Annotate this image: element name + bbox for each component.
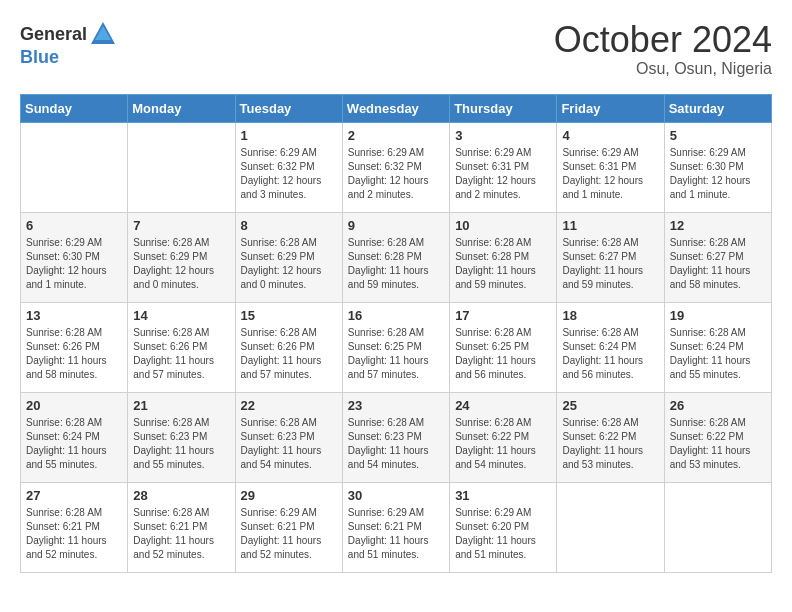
calendar-cell: 5Sunrise: 6:29 AMSunset: 6:30 PMDaylight… (664, 122, 771, 212)
cell-content: Sunrise: 6:29 AMSunset: 6:30 PMDaylight:… (26, 236, 122, 292)
calendar-week-0: 1Sunrise: 6:29 AMSunset: 6:32 PMDaylight… (21, 122, 772, 212)
day-number: 12 (670, 218, 766, 233)
location: Osu, Osun, Nigeria (554, 60, 772, 78)
calendar-cell: 7Sunrise: 6:28 AMSunset: 6:29 PMDaylight… (128, 212, 235, 302)
cell-content: Sunrise: 6:28 AMSunset: 6:29 PMDaylight:… (133, 236, 229, 292)
calendar-cell: 13Sunrise: 6:28 AMSunset: 6:26 PMDayligh… (21, 302, 128, 392)
page-header: General Blue October 2024 Osu, Osun, Nig… (20, 20, 772, 78)
calendar-cell: 4Sunrise: 6:29 AMSunset: 6:31 PMDaylight… (557, 122, 664, 212)
cell-content: Sunrise: 6:28 AMSunset: 6:21 PMDaylight:… (133, 506, 229, 562)
calendar-cell: 28Sunrise: 6:28 AMSunset: 6:21 PMDayligh… (128, 482, 235, 572)
cell-content: Sunrise: 6:28 AMSunset: 6:24 PMDaylight:… (670, 326, 766, 382)
calendar-cell: 3Sunrise: 6:29 AMSunset: 6:31 PMDaylight… (450, 122, 557, 212)
calendar-cell: 15Sunrise: 6:28 AMSunset: 6:26 PMDayligh… (235, 302, 342, 392)
calendar-cell: 14Sunrise: 6:28 AMSunset: 6:26 PMDayligh… (128, 302, 235, 392)
cell-content: Sunrise: 6:28 AMSunset: 6:29 PMDaylight:… (241, 236, 337, 292)
cell-content: Sunrise: 6:28 AMSunset: 6:23 PMDaylight:… (241, 416, 337, 472)
calendar-header: Sunday Monday Tuesday Wednesday Thursday… (21, 94, 772, 122)
calendar-cell: 11Sunrise: 6:28 AMSunset: 6:27 PMDayligh… (557, 212, 664, 302)
header-wednesday: Wednesday (342, 94, 449, 122)
calendar-table: Sunday Monday Tuesday Wednesday Thursday… (20, 94, 772, 573)
day-number: 22 (241, 398, 337, 413)
day-number: 17 (455, 308, 551, 323)
calendar-cell: 1Sunrise: 6:29 AMSunset: 6:32 PMDaylight… (235, 122, 342, 212)
calendar-cell (557, 482, 664, 572)
calendar-cell: 21Sunrise: 6:28 AMSunset: 6:23 PMDayligh… (128, 392, 235, 482)
calendar-cell: 8Sunrise: 6:28 AMSunset: 6:29 PMDaylight… (235, 212, 342, 302)
cell-content: Sunrise: 6:28 AMSunset: 6:26 PMDaylight:… (26, 326, 122, 382)
day-number: 20 (26, 398, 122, 413)
calendar-cell: 22Sunrise: 6:28 AMSunset: 6:23 PMDayligh… (235, 392, 342, 482)
calendar-cell: 2Sunrise: 6:29 AMSunset: 6:32 PMDaylight… (342, 122, 449, 212)
cell-content: Sunrise: 6:29 AMSunset: 6:31 PMDaylight:… (455, 146, 551, 202)
cell-content: Sunrise: 6:28 AMSunset: 6:26 PMDaylight:… (133, 326, 229, 382)
cell-content: Sunrise: 6:29 AMSunset: 6:32 PMDaylight:… (348, 146, 444, 202)
day-number: 7 (133, 218, 229, 233)
cell-content: Sunrise: 6:29 AMSunset: 6:21 PMDaylight:… (348, 506, 444, 562)
cell-content: Sunrise: 6:28 AMSunset: 6:27 PMDaylight:… (562, 236, 658, 292)
calendar-body: 1Sunrise: 6:29 AMSunset: 6:32 PMDaylight… (21, 122, 772, 572)
day-number: 27 (26, 488, 122, 503)
cell-content: Sunrise: 6:28 AMSunset: 6:23 PMDaylight:… (348, 416, 444, 472)
day-number: 29 (241, 488, 337, 503)
cell-content: Sunrise: 6:29 AMSunset: 6:21 PMDaylight:… (241, 506, 337, 562)
calendar-week-2: 13Sunrise: 6:28 AMSunset: 6:26 PMDayligh… (21, 302, 772, 392)
calendar-cell: 25Sunrise: 6:28 AMSunset: 6:22 PMDayligh… (557, 392, 664, 482)
calendar-cell: 31Sunrise: 6:29 AMSunset: 6:20 PMDayligh… (450, 482, 557, 572)
day-number: 15 (241, 308, 337, 323)
day-number: 28 (133, 488, 229, 503)
calendar-cell: 23Sunrise: 6:28 AMSunset: 6:23 PMDayligh… (342, 392, 449, 482)
day-number: 24 (455, 398, 551, 413)
day-number: 19 (670, 308, 766, 323)
cell-content: Sunrise: 6:28 AMSunset: 6:28 PMDaylight:… (455, 236, 551, 292)
day-number: 5 (670, 128, 766, 143)
cell-content: Sunrise: 6:28 AMSunset: 6:27 PMDaylight:… (670, 236, 766, 292)
calendar-cell: 16Sunrise: 6:28 AMSunset: 6:25 PMDayligh… (342, 302, 449, 392)
header-monday: Monday (128, 94, 235, 122)
cell-content: Sunrise: 6:28 AMSunset: 6:25 PMDaylight:… (348, 326, 444, 382)
header-sunday: Sunday (21, 94, 128, 122)
calendar-week-1: 6Sunrise: 6:29 AMSunset: 6:30 PMDaylight… (21, 212, 772, 302)
calendar-cell: 24Sunrise: 6:28 AMSunset: 6:22 PMDayligh… (450, 392, 557, 482)
header-friday: Friday (557, 94, 664, 122)
calendar-cell: 20Sunrise: 6:28 AMSunset: 6:24 PMDayligh… (21, 392, 128, 482)
calendar-week-3: 20Sunrise: 6:28 AMSunset: 6:24 PMDayligh… (21, 392, 772, 482)
cell-content: Sunrise: 6:29 AMSunset: 6:32 PMDaylight:… (241, 146, 337, 202)
day-number: 8 (241, 218, 337, 233)
header-saturday: Saturday (664, 94, 771, 122)
cell-content: Sunrise: 6:29 AMSunset: 6:30 PMDaylight:… (670, 146, 766, 202)
cell-content: Sunrise: 6:28 AMSunset: 6:26 PMDaylight:… (241, 326, 337, 382)
day-number: 3 (455, 128, 551, 143)
day-number: 6 (26, 218, 122, 233)
day-number: 26 (670, 398, 766, 413)
day-number: 2 (348, 128, 444, 143)
title-block: October 2024 Osu, Osun, Nigeria (554, 20, 772, 78)
day-number: 10 (455, 218, 551, 233)
day-number: 4 (562, 128, 658, 143)
calendar-cell: 17Sunrise: 6:28 AMSunset: 6:25 PMDayligh… (450, 302, 557, 392)
cell-content: Sunrise: 6:28 AMSunset: 6:25 PMDaylight:… (455, 326, 551, 382)
cell-content: Sunrise: 6:28 AMSunset: 6:22 PMDaylight:… (562, 416, 658, 472)
cell-content: Sunrise: 6:28 AMSunset: 6:21 PMDaylight:… (26, 506, 122, 562)
header-row: Sunday Monday Tuesday Wednesday Thursday… (21, 94, 772, 122)
cell-content: Sunrise: 6:28 AMSunset: 6:28 PMDaylight:… (348, 236, 444, 292)
day-number: 21 (133, 398, 229, 413)
day-number: 23 (348, 398, 444, 413)
calendar-cell: 27Sunrise: 6:28 AMSunset: 6:21 PMDayligh… (21, 482, 128, 572)
calendar-cell: 6Sunrise: 6:29 AMSunset: 6:30 PMDaylight… (21, 212, 128, 302)
calendar-cell: 29Sunrise: 6:29 AMSunset: 6:21 PMDayligh… (235, 482, 342, 572)
header-tuesday: Tuesday (235, 94, 342, 122)
calendar-cell (664, 482, 771, 572)
day-number: 30 (348, 488, 444, 503)
cell-content: Sunrise: 6:28 AMSunset: 6:23 PMDaylight:… (133, 416, 229, 472)
cell-content: Sunrise: 6:29 AMSunset: 6:20 PMDaylight:… (455, 506, 551, 562)
logo: General Blue (20, 20, 117, 67)
calendar-cell: 26Sunrise: 6:28 AMSunset: 6:22 PMDayligh… (664, 392, 771, 482)
day-number: 14 (133, 308, 229, 323)
cell-content: Sunrise: 6:28 AMSunset: 6:24 PMDaylight:… (562, 326, 658, 382)
cell-content: Sunrise: 6:28 AMSunset: 6:22 PMDaylight:… (455, 416, 551, 472)
month-title: October 2024 (554, 20, 772, 60)
cell-content: Sunrise: 6:28 AMSunset: 6:22 PMDaylight:… (670, 416, 766, 472)
header-thursday: Thursday (450, 94, 557, 122)
calendar-cell (128, 122, 235, 212)
